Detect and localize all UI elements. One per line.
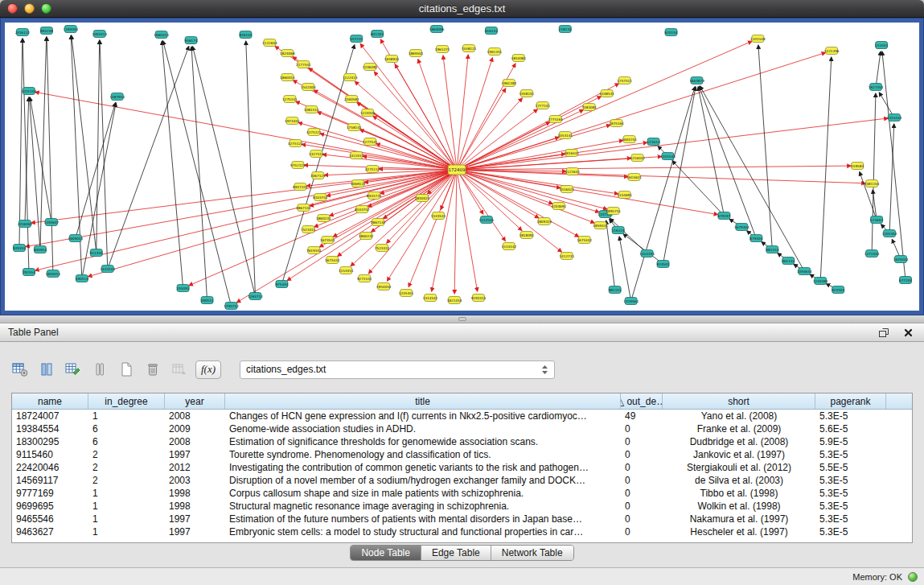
graph-node[interactable]: 1121641 <box>565 168 580 175</box>
graph-edge[interactable] <box>457 140 623 170</box>
graph-node[interactable]: 7523412 <box>375 245 390 252</box>
graph-node[interactable]: 820154 <box>665 29 678 36</box>
graph-node[interactable]: 1869501 <box>409 50 424 57</box>
panel-splitter[interactable] <box>0 315 924 323</box>
table-cell-name[interactable]: 22420046 <box>12 461 88 474</box>
graph-node[interactable]: 1658941 <box>384 56 400 63</box>
table-cell-year[interactable]: 1998 <box>165 500 225 513</box>
table-cell-short[interactable]: Dudbridge et al. (2008) <box>663 435 815 448</box>
graph-node[interactable]: 1961371 <box>435 46 450 53</box>
graph-node[interactable]: 924504 <box>832 286 844 294</box>
tab-network-table[interactable]: Network Table <box>491 546 573 560</box>
window-titlebar[interactable]: citations_edges.txt <box>0 0 924 18</box>
graph-node[interactable]: 1860232 <box>359 233 374 240</box>
graph-node[interactable]: 1190044 <box>64 26 79 33</box>
graph-edge[interactable] <box>30 97 51 222</box>
table-cell-pagerank[interactable]: 5.3E-5 <box>815 513 886 525</box>
table-cell-pagerank[interactable]: 5.5E-5 <box>815 461 886 474</box>
table-cell-year[interactable]: 1997 <box>165 525 225 538</box>
graph-node[interactable]: 1542004 <box>301 84 316 91</box>
table-cell-out_degree[interactable]: 0 <box>621 487 663 500</box>
import-table-button[interactable] <box>169 359 190 380</box>
graph-edge[interactable] <box>246 41 256 296</box>
graph-edge[interactable] <box>191 47 207 300</box>
graph-node[interactable]: 1433104 <box>100 266 115 273</box>
table-cell-in_degree[interactable]: 1 <box>88 500 165 513</box>
graph-node[interactable]: 1493647 <box>44 219 60 226</box>
graph-edge[interactable] <box>432 170 457 291</box>
table-cell-in_degree[interactable]: 1 <box>88 487 165 500</box>
graph-node[interactable]: 2016122 <box>15 29 31 36</box>
tab-node-table[interactable]: Node Table <box>351 546 421 560</box>
graph-node[interactable]: 1809324 <box>537 218 552 225</box>
new-file-button[interactable] <box>116 359 137 380</box>
graph-edge[interactable] <box>457 170 865 183</box>
graph-edge[interactable] <box>876 51 881 87</box>
graph-node[interactable]: 1961383 <box>502 80 517 87</box>
graph-edge[interactable] <box>457 41 752 170</box>
graph-node[interactable]: 1664879 <box>689 77 704 84</box>
table-cell-pagerank[interactable]: 5.3E-5 <box>815 525 886 538</box>
graph-node[interactable]: 1558121 <box>462 45 477 52</box>
graph-node[interactable]: 1850013 <box>46 270 61 278</box>
graph-node[interactable]: 1094634 <box>797 268 812 275</box>
graph-node[interactable]: 1673541 <box>320 237 335 244</box>
graph-node[interactable]: 1105304 <box>882 230 897 237</box>
graph-node[interactable]: 1818091 <box>519 232 535 239</box>
table-cell-name[interactable]: 9699695 <box>12 500 88 513</box>
graph-node[interactable]: 1854081 <box>511 55 527 62</box>
graph-edge[interactable] <box>387 170 457 281</box>
table-cell-out_degree[interactable]: 49 <box>621 410 663 422</box>
table-cell-title[interactable]: Changes of HCN gene expression and I(f) … <box>225 410 621 422</box>
graph-node[interactable]: 7523411 <box>301 226 316 233</box>
graph-node[interactable]: 3067121 <box>310 172 326 179</box>
graph-node[interactable]: 1053141 <box>557 132 573 139</box>
graph-node[interactable]: 8103751 <box>313 194 328 201</box>
table-cell-title[interactable]: Tourette syndrome. Phenomenology and cla… <box>225 448 621 461</box>
graph-edge[interactable] <box>454 170 457 294</box>
table-cell-out_degree[interactable]: 0 <box>621 525 663 538</box>
graph-node[interactable]: 1679304 <box>734 224 749 231</box>
table-cell-name[interactable]: 19384554 <box>12 422 88 435</box>
graph-node[interactable]: 1263713 <box>248 293 263 300</box>
graph-node[interactable]: 159584 <box>851 163 864 170</box>
table-cell-out_degree[interactable]: 0 <box>621 422 663 435</box>
graph-node[interactable]: 1448531 <box>599 90 614 97</box>
graph-node[interactable]: 1860231 <box>316 215 331 222</box>
table-cell-short[interactable]: Hescheler et al. (1997) <box>663 525 815 538</box>
graph-node[interactable]: 1319564 <box>623 298 639 305</box>
graph-node[interactable]: 2031104 <box>22 88 37 95</box>
graph-node[interactable]: 8103752 <box>355 206 370 213</box>
graph-node[interactable]: 1895751 <box>606 208 621 215</box>
graph-edge[interactable] <box>457 166 851 170</box>
graph-node[interactable]: 3867141 <box>296 204 311 212</box>
graph-edge[interactable] <box>374 72 457 170</box>
graph-node[interactable]: 1154451 <box>339 267 354 274</box>
graph-node[interactable]: 894238 <box>40 27 53 35</box>
graph-node[interactable]: 961144 <box>782 257 795 265</box>
table-cell-in_degree[interactable]: 2 <box>88 474 165 487</box>
graph-edge[interactable] <box>19 39 23 248</box>
column-header-title[interactable]: title <box>225 393 621 409</box>
graph-edge[interactable] <box>193 47 256 296</box>
table-cell-title[interactable]: Estimation of the future numbers of pati… <box>225 513 621 525</box>
graph-node[interactable]: 9752121 <box>290 162 306 169</box>
graph-node[interactable]: 679197 <box>717 212 730 220</box>
graph-node[interactable]: 1758141 <box>347 124 362 131</box>
graph-edge[interactable] <box>108 47 189 269</box>
column-header-pagerank[interactable]: pagerank <box>815 393 886 409</box>
table-cell-short[interactable]: Franke et al. (2009) <box>663 422 815 435</box>
table-cell-year[interactable]: 2003 <box>165 474 225 487</box>
graph-node[interactable]: 1271034 <box>864 250 880 257</box>
table-cell-pagerank[interactable]: 5.6E-5 <box>815 422 886 435</box>
table-cell-year[interactable]: 2008 <box>165 435 225 448</box>
table-cell-title[interactable]: Embryonic stem cells: a model to study s… <box>225 525 621 538</box>
graph-node[interactable]: 1081511 <box>304 106 319 113</box>
table-cell-title[interactable]: Investigating the contribution of common… <box>225 461 621 474</box>
graph-edge[interactable] <box>443 56 457 170</box>
graph-node[interactable]: 2016065 <box>18 220 33 228</box>
table-cell-year[interactable]: 1997 <box>165 448 225 461</box>
table-cell-in_degree[interactable]: 1 <box>88 525 165 538</box>
graph-node[interactable]: 1322011 <box>349 152 364 159</box>
table-cell-out_degree[interactable]: 0 <box>621 435 663 448</box>
